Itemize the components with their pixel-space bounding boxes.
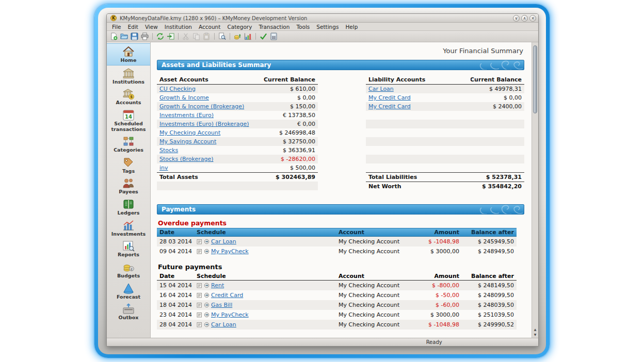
sidebar-item-label: Payees: [119, 189, 138, 195]
menu-tools[interactable]: Tools: [293, 23, 313, 30]
asset-name-cell: Growth & Income (Brokerage): [157, 102, 263, 111]
sidebar-item-accounts[interactable]: $Accounts: [107, 86, 150, 107]
account-link[interactable]: My Credit Card: [368, 103, 411, 110]
payees-icon: [122, 177, 135, 189]
scrollbar-up-arrow[interactable]: ▲: [532, 327, 538, 332]
update-prices-icon[interactable]: [233, 32, 242, 41]
sidebar-item-label: Reports: [118, 252, 139, 258]
skip-schedule-icon[interactable]: [204, 292, 210, 298]
account-link[interactable]: Growth & Income (Brokerage): [159, 103, 244, 110]
asset-balance-cell: $ 500,00: [263, 163, 318, 172]
maximize-button[interactable]: ∧: [521, 15, 528, 22]
menu-edit[interactable]: Edit: [125, 23, 141, 30]
column-header-date: Date: [157, 228, 194, 237]
account-link[interactable]: Stocks: [159, 147, 178, 154]
reconcile-icon[interactable]: [259, 32, 268, 41]
account-link[interactable]: CU Checking: [159, 86, 196, 92]
enter-schedule-icon[interactable]: [197, 239, 202, 244]
enter-schedule-icon[interactable]: [197, 312, 202, 318]
enter-schedule-icon[interactable]: [197, 302, 202, 308]
scrollbar-thumb[interactable]: [533, 45, 537, 113]
toolbar-separator: [255, 33, 256, 40]
schedule-link[interactable]: Rent: [211, 282, 224, 289]
skip-schedule-icon[interactable]: [204, 322, 210, 327]
menu-view[interactable]: View: [142, 23, 161, 30]
account-link[interactable]: Investments (Euro): [159, 112, 214, 119]
save-file-icon[interactable]: [130, 32, 139, 41]
budgets-icon: ¢: [123, 261, 134, 273]
window-title: KMyMoneyDataFile.kmy (1280 x 960) – KMyM…: [120, 15, 511, 21]
accounts-icon: $: [122, 88, 135, 100]
skip-schedule-icon[interactable]: [204, 302, 210, 308]
enter-schedule-icon[interactable]: [197, 292, 202, 298]
schedule-link[interactable]: Credit Card: [211, 292, 243, 299]
account-link[interactable]: inv: [159, 164, 168, 171]
schedule-link[interactable]: Car Loan: [211, 238, 236, 245]
enter-schedule-icon[interactable]: [197, 322, 202, 327]
account-link[interactable]: My Checking Account: [159, 129, 220, 136]
desktop-background: K KMyMoneyDataFile.kmy (1280 x 960) – KM…: [98, 8, 546, 354]
sidebar-item-home[interactable]: Home: [107, 43, 150, 65]
new-transaction-icon[interactable]: [156, 32, 165, 41]
vertical-scrollbar[interactable]: ▲ ▼: [532, 42, 538, 338]
schedule-link[interactable]: My PayCheck: [211, 248, 249, 255]
new-file-icon[interactable]: [109, 32, 118, 41]
minimize-button[interactable]: ∨: [513, 15, 520, 22]
payment-account: My Checking Account: [336, 320, 411, 330]
sidebar-item-payees[interactable]: Payees: [107, 175, 150, 196]
sidebar-item-scheduled-transactions[interactable]: 14Scheduled transactions: [107, 107, 150, 134]
menu-settings[interactable]: Settings: [313, 23, 342, 30]
scrollbar-down-arrow[interactable]: ▼: [532, 332, 538, 337]
account-link[interactable]: Car Loan: [368, 86, 394, 92]
schedule-link[interactable]: Gas Bill: [211, 302, 232, 308]
calculator-icon[interactable]: [269, 32, 278, 41]
print-icon[interactable]: [140, 32, 149, 41]
skip-schedule-icon[interactable]: [204, 239, 210, 244]
sidebar-item-outbox[interactable]: Outbox: [107, 301, 150, 322]
schedule-link[interactable]: My PayCheck: [211, 311, 249, 318]
payment-amount: $ 3000,00: [411, 246, 462, 256]
liability-name-cell: My Credit Card: [366, 93, 471, 102]
sidebar-item-institutions[interactable]: Institutions: [107, 65, 150, 87]
column-header-schedule: Schedule: [194, 228, 336, 237]
account-link[interactable]: My Savings Account: [159, 138, 216, 145]
sidebar-item-budgets[interactable]: ¢Budgets: [107, 259, 150, 281]
sidebar-item-reports[interactable]: Reports: [107, 238, 150, 259]
account-link[interactable]: Growth & Income: [159, 94, 209, 101]
net-worth-chart-icon[interactable]: [244, 32, 252, 41]
menu-transaction[interactable]: Transaction: [255, 23, 293, 30]
column-gap: [318, 137, 366, 146]
payment-date: 15 04 2014: [157, 281, 194, 290]
assets-section-header: Assets and Liabilities Summary: [157, 60, 524, 70]
schedule-link[interactable]: Car Loan: [211, 321, 236, 328]
enter-schedule-icon[interactable]: [197, 283, 202, 288]
menu-help[interactable]: Help: [342, 23, 361, 30]
svg-text:14: 14: [125, 113, 132, 119]
sidebar-item-forecast[interactable]: Forecast: [107, 281, 150, 302]
skip-schedule-icon[interactable]: [204, 283, 210, 288]
sidebar-item-categories[interactable]: Categories: [107, 134, 150, 155]
open-file-icon[interactable]: [120, 32, 128, 41]
menu-account[interactable]: Account: [196, 23, 223, 30]
sidebar-item-ledgers[interactable]: Ledgers: [107, 196, 150, 218]
column-gap: [318, 102, 366, 111]
menu-file[interactable]: File: [109, 23, 124, 30]
close-button[interactable]: ×: [529, 15, 536, 22]
menu-institution[interactable]: Institution: [162, 23, 195, 30]
skip-schedule-icon[interactable]: [204, 312, 210, 318]
skip-schedule-icon[interactable]: [204, 249, 210, 254]
sidebar-item-tags[interactable]: Tags: [107, 155, 150, 176]
column-gap: [318, 163, 366, 172]
tags-icon: [123, 157, 134, 168]
menu-category[interactable]: Category: [224, 23, 255, 30]
titlebar[interactable]: K KMyMoneyDataFile.kmy (1280 x 960) – KM…: [107, 14, 538, 23]
screenshot-canvas: K KMyMoneyDataFile.kmy (1280 x 960) – KM…: [0, 0, 644, 362]
account-link[interactable]: Investments (Euro) (Brokerage): [159, 121, 249, 127]
enter-schedule-icon[interactable]: [197, 249, 202, 254]
total-liabilities-value: $ 52378,31: [471, 172, 524, 182]
sidebar-item-investments[interactable]: Investments: [107, 218, 150, 239]
find-transaction-icon[interactable]: [218, 32, 227, 41]
enter-schedule-icon[interactable]: [166, 32, 175, 41]
account-link[interactable]: My Credit Card: [368, 94, 411, 101]
account-link[interactable]: Stocks (Brokerage): [159, 156, 214, 162]
